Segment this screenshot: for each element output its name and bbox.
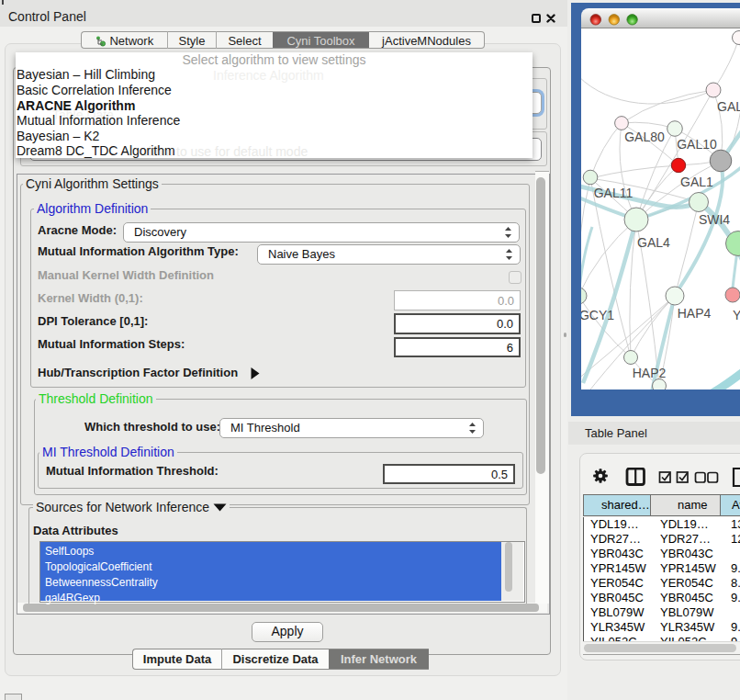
svg-text:YJ: YJ [733, 308, 740, 322]
svg-text:HAP4: HAP4 [678, 306, 712, 321]
svg-text:GAL2: GAL2 [717, 99, 740, 114]
svg-text:SWI4: SWI4 [699, 212, 730, 227]
svg-text:GAL11: GAL11 [594, 186, 633, 200]
svg-text:GAL4: GAL4 [637, 235, 670, 250]
svg-text:GAL80: GAL80 [624, 130, 665, 144]
svg-text:GAL1: GAL1 [680, 175, 713, 189]
svg-text:HAP2: HAP2 [633, 366, 667, 380]
svg-text:GCY1: GCY1 [581, 308, 614, 322]
svg-text:GAL10: GAL10 [677, 137, 717, 152]
